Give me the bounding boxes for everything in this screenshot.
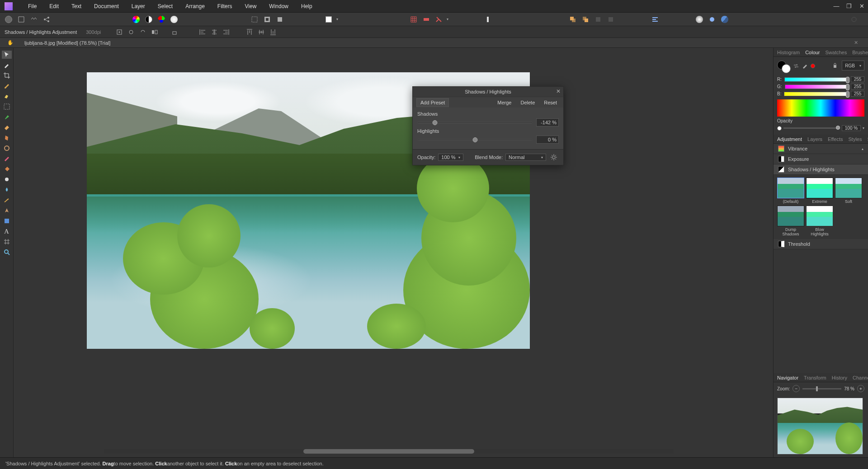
canvas-viewport[interactable]: Shadows / Highlights ✕ Add Preset Merge … [14,48,773,457]
arrange-back-icon[interactable] [580,14,590,24]
align-left-icon[interactable] [198,27,208,37]
soft-proof-icon[interactable] [169,14,179,24]
add-preset-button[interactable]: Add Preset [416,98,449,107]
heal-tool[interactable] [2,144,12,152]
tab-swatches[interactable]: Swatches [826,50,847,55]
clone-tool[interactable] [2,134,12,142]
snapping-icon[interactable] [434,14,444,24]
tab-channels[interactable]: Channels [853,375,868,380]
fill-tool[interactable] [2,165,12,173]
menu-text[interactable]: Text [65,0,88,13]
tab-histogram[interactable]: Histogram [777,50,800,55]
blend-mode-dropdown[interactable]: Normal▾ [505,154,546,161]
text-tool[interactable]: A [2,227,12,235]
menu-select[interactable]: Select [151,0,179,13]
liquify-persona-icon[interactable] [16,14,26,24]
preset-soft[interactable]: Soft [835,178,862,204]
opacity-value[interactable]: 100 % [842,125,861,131]
zoom-out-button[interactable]: − [793,385,800,392]
align-center-icon[interactable] [209,27,219,37]
close-icon[interactable]: ✕ [556,88,561,94]
eyedropper-icon[interactable] [802,62,809,70]
reset-button[interactable]: Reset [541,99,560,106]
tab-close-icon[interactable]: ✕ [854,40,858,46]
g-slider[interactable] [785,84,848,89]
tab-navigator[interactable]: Navigator [777,375,798,380]
dropdown-icon[interactable]: ▾ [863,126,864,130]
zoom-tool[interactable] [2,248,12,256]
tab-brushes[interactable]: Brushes [852,50,868,55]
g-value[interactable]: 255 [851,84,864,89]
color-wheel-icon[interactable] [131,14,141,24]
contrast-icon[interactable] [144,14,154,24]
menu-arrange[interactable]: Arrange [179,0,211,13]
horizontal-scrollbar[interactable] [104,449,674,454]
crop-toggle-icon[interactable] [275,14,285,24]
rgb-circles-icon[interactable] [156,14,166,24]
align-middle-icon[interactable] [256,27,266,37]
highlights-value[interactable]: 0 % [536,136,559,144]
menu-edit[interactable]: Edit [43,0,65,13]
menu-file[interactable]: File [22,0,43,13]
b-value[interactable]: 255 [851,91,864,97]
hand-icon[interactable]: ✋ [5,39,15,47]
flip-icon[interactable] [150,27,160,37]
b-slider[interactable] [784,92,848,96]
adjustment-threshold[interactable]: Threshold [774,239,868,249]
gear-icon[interactable] [549,152,559,162]
r-slider[interactable] [784,77,848,82]
selection-invert-icon[interactable] [262,14,272,24]
r-value[interactable]: 255 [851,76,864,82]
mesh-tool[interactable] [2,238,12,246]
menu-document[interactable]: Document [88,0,125,13]
add-layer-icon[interactable] [694,14,704,24]
rotate-right-icon[interactable] [138,27,148,37]
assistant-icon[interactable] [483,14,493,24]
dropdown-icon[interactable]: ▾ [336,17,338,21]
move-tool[interactable] [2,51,12,59]
document-tab-title[interactable]: ljubljana-8.jpg [Modified] (78.5%) [Tria… [24,40,110,46]
quick-mask-icon[interactable] [324,14,334,24]
zoom-slider[interactable] [802,388,841,389]
menu-help[interactable]: Help [295,0,319,13]
menu-window[interactable]: Window [263,0,295,13]
swap-colours-icon[interactable] [793,62,800,70]
develop-persona-icon[interactable] [29,14,39,24]
dropdown-icon[interactable]: ▾ [447,17,448,21]
smudge-tool[interactable] [2,196,12,204]
recent-colour-swatch[interactable] [811,64,815,68]
dodge-tool[interactable] [2,175,12,183]
shape-tool[interactable] [2,217,12,225]
blur-tool[interactable] [2,186,12,194]
preset-default[interactable]: (Default) [777,178,804,204]
photo-persona-icon[interactable] [4,14,14,24]
zoom-in-button[interactable]: + [857,385,864,392]
preset-extreme[interactable]: Extreme [806,178,833,204]
tab-colour[interactable]: Colour [805,50,820,55]
tab-history[interactable]: History [832,375,847,380]
merge-button[interactable]: Merge [495,99,514,106]
colour-mode-dropdown[interactable]: RGB▾ [842,61,864,70]
delete-button[interactable]: Delete [518,99,538,106]
align-icon[interactable] [650,14,660,24]
pen-tool[interactable] [2,206,12,215]
zoom-value[interactable]: 78 % [844,386,854,391]
opacity-slider[interactable] [783,127,840,129]
maximize-button[interactable]: ❐ [843,2,855,11]
lock-icon[interactable] [830,61,840,70]
pixel-grid-icon[interactable] [421,14,431,24]
paint-brush-tool[interactable] [2,82,12,90]
close-window-button[interactable]: ✕ [855,2,868,11]
selection-rect-icon[interactable] [250,14,259,24]
transform-origin-icon[interactable] [114,27,124,37]
align-right-icon[interactable] [221,27,231,37]
menu-layer[interactable]: Layer [125,0,151,13]
shadows-slider[interactable] [417,122,533,123]
tab-transform[interactable]: Transform [804,375,826,380]
align-bottom-icon[interactable] [268,27,278,37]
flood-select-tool[interactable] [2,113,12,121]
inpaint-tool[interactable] [2,155,12,163]
adjustment-exposure[interactable]: Exposure [774,154,868,164]
tab-adjustment[interactable]: Adjustment [777,136,802,142]
secondary-colour-swatch[interactable] [782,64,791,73]
